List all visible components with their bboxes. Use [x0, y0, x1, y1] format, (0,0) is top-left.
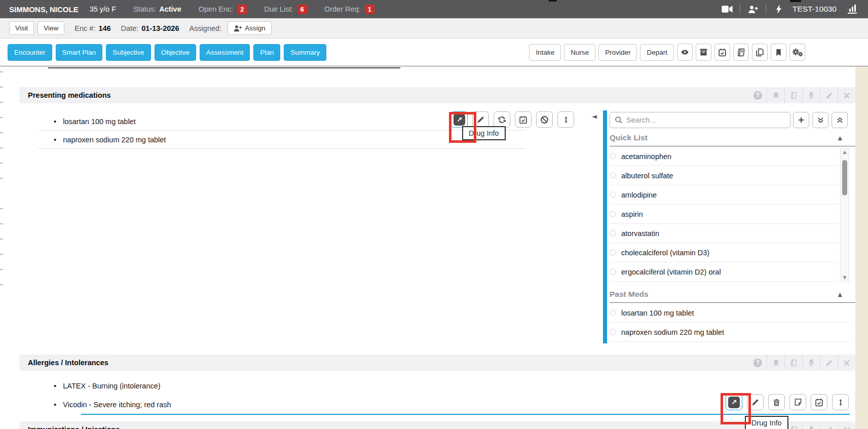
close-icon[interactable]: ×	[838, 355, 855, 371]
bookmark-icon[interactable]	[767, 87, 784, 103]
bullet-icon: •	[54, 135, 56, 144]
video-camera-icon[interactable]	[719, 3, 736, 16]
order-req-label: Order Req:	[324, 5, 361, 13]
allergy-row[interactable]: • Vicodin - Severe itching; red rash	[54, 400, 171, 409]
nurse-button[interactable]: Nurse	[564, 44, 595, 61]
add-person-icon[interactable]	[744, 3, 762, 16]
drag-circle-icon	[610, 309, 616, 316]
depart-button[interactable]: Depart	[640, 44, 674, 61]
visit-button[interactable]: Visit	[9, 21, 34, 35]
schedule-button[interactable]	[811, 394, 827, 410]
gears-icon-button[interactable]	[789, 44, 805, 61]
microphone-icon[interactable]	[802, 87, 820, 103]
past-meds-header[interactable]: Past Meds ▲	[610, 290, 855, 303]
microphone-icon[interactable]	[802, 421, 820, 429]
medication-option: naproxen sodium 220 mg tablet	[621, 328, 724, 336]
scroll-down-icon[interactable]: ▼	[841, 275, 849, 280]
medication-option: cholecalciferol (vitamin D3)	[621, 249, 709, 257]
search-input[interactable]	[626, 116, 778, 124]
tab-smart-plan[interactable]: Smart Plan	[56, 44, 103, 61]
enc-number-value: 146	[98, 24, 110, 32]
medication-row[interactable]: • losartan 100 mg tablet	[54, 117, 136, 126]
tab-subjective[interactable]: Subjective	[106, 44, 150, 61]
plus-icon: +	[798, 114, 804, 126]
medication-option: atorvastatin	[621, 229, 659, 238]
bookmark-icon[interactable]	[767, 355, 784, 371]
order-req-badge[interactable]: 1	[365, 5, 374, 14]
refresh-button[interactable]	[494, 111, 510, 128]
list-item[interactable]: losartan 100 mg tablet	[610, 303, 850, 323]
tab-plan[interactable]: Plan	[253, 44, 280, 61]
row-divider	[38, 148, 525, 149]
drag-circle-icon	[610, 230, 616, 237]
list-item[interactable]: aspirin	[610, 205, 839, 224]
tab-objective[interactable]: Objective	[155, 44, 196, 61]
list-item[interactable]: atorvastatin	[610, 224, 839, 243]
collapse-group-icon[interactable]: ▲	[838, 135, 842, 141]
search-box[interactable]	[610, 112, 790, 128]
vertical-resize-icon	[562, 115, 570, 124]
search-icon	[615, 116, 623, 124]
edit-pencil-icon[interactable]	[820, 87, 838, 103]
close-icon[interactable]: ×	[838, 421, 855, 429]
book-icon-button[interactable]	[733, 44, 749, 61]
medication-option: amlodipine	[621, 191, 657, 199]
delete-button[interactable]	[768, 394, 785, 410]
list-item[interactable]: amlodipine	[610, 185, 839, 205]
bookmark-icon-button[interactable]	[771, 44, 786, 61]
view-button[interactable]: View	[37, 21, 64, 35]
list-item[interactable]: acetaminophen	[610, 147, 839, 166]
bullet-icon: •	[54, 117, 56, 126]
nav-tab-bar: Encounter Smart Plan Subjective Objectiv…	[0, 38, 868, 66]
copy-icon-button[interactable]	[752, 44, 768, 61]
microphone-icon[interactable]	[802, 355, 820, 371]
close-icon[interactable]: ×	[838, 87, 855, 103]
book-icon[interactable]	[784, 87, 802, 103]
scrollbar-thumb[interactable]	[842, 160, 847, 196]
list-item[interactable]: cholecalciferol (vitamin D3)	[610, 243, 839, 262]
open-enc-label: Open Enc:	[199, 5, 234, 13]
tab-summary[interactable]: Summary	[284, 44, 326, 61]
medication-option: aspirin	[621, 210, 643, 218]
group-title: Quick List	[610, 133, 648, 142]
due-list-badge[interactable]: 6	[297, 5, 307, 14]
tab-encounter[interactable]: Encounter	[8, 44, 52, 61]
lightning-bolt-icon[interactable]	[770, 3, 787, 16]
assign-button[interactable]: Assign	[228, 21, 272, 35]
pencil-icon	[751, 398, 760, 406]
scroll-up-icon[interactable]: ▲	[841, 149, 849, 154]
quick-list-header[interactable]: Quick List ▲	[610, 133, 855, 146]
collapse-group-icon[interactable]: ▲	[838, 291, 842, 298]
open-enc-badge[interactable]: 2	[237, 5, 247, 14]
help-icon[interactable]: ?	[749, 87, 767, 103]
book-icon[interactable]	[784, 355, 802, 371]
edit-pencil-icon[interactable]	[820, 355, 838, 371]
collapse-all-button[interactable]	[832, 112, 848, 128]
medication-row[interactable]: • naproxen sodium 220 mg tablet	[54, 135, 166, 144]
expand-all-button[interactable]	[812, 112, 828, 128]
note-button[interactable]	[789, 394, 806, 410]
sidebar-collapse-arrow[interactable]: ◄	[592, 112, 597, 120]
edit-pencil-icon[interactable]	[820, 421, 838, 429]
section-header-presenting-medications: Presenting medications ? ×	[19, 87, 855, 103]
assign-button-label: Assign	[245, 24, 266, 32]
reorder-button[interactable]	[557, 111, 574, 128]
tab-assessment[interactable]: Assessment	[200, 44, 250, 61]
section-header-icons: ? ×	[749, 87, 855, 103]
list-scrollbar[interactable]: ▲ ▼	[840, 148, 849, 282]
intake-button[interactable]: Intake	[529, 44, 561, 61]
provider-button[interactable]: Provider	[598, 44, 637, 61]
list-item[interactable]: ergocalciferol (vitamin D2) oral	[610, 262, 839, 282]
bar-chart-icon[interactable]	[844, 3, 861, 16]
schedule-button[interactable]	[515, 111, 532, 128]
add-medication-button[interactable]: +	[793, 112, 809, 128]
archive-box-icon-button[interactable]	[696, 44, 711, 61]
reorder-button[interactable]	[832, 394, 849, 410]
allergy-row[interactable]: • LATEX - Burning (intolerance)	[54, 381, 161, 390]
list-item[interactable]: naproxen sodium 220 mg tablet	[610, 323, 850, 342]
list-item[interactable]: albuterol sulfate	[610, 166, 839, 185]
calendar-check-icon-button[interactable]	[714, 44, 730, 61]
eye-icon-button[interactable]	[677, 44, 693, 61]
help-icon[interactable]: ?	[749, 355, 767, 371]
discontinue-button[interactable]	[536, 111, 553, 128]
